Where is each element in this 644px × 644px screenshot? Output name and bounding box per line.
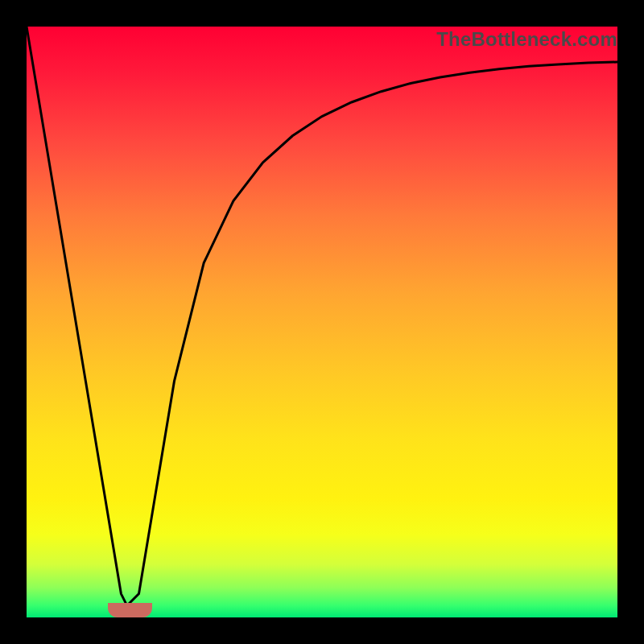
chart-frame: TheBottleneck.com <box>0 0 644 644</box>
plot-area: TheBottleneck.com <box>27 27 617 617</box>
minimum-marker <box>108 603 151 617</box>
attribution-label: TheBottleneck.com <box>436 28 617 51</box>
curve-svg <box>27 27 617 617</box>
bottleneck-curve <box>27 27 617 605</box>
